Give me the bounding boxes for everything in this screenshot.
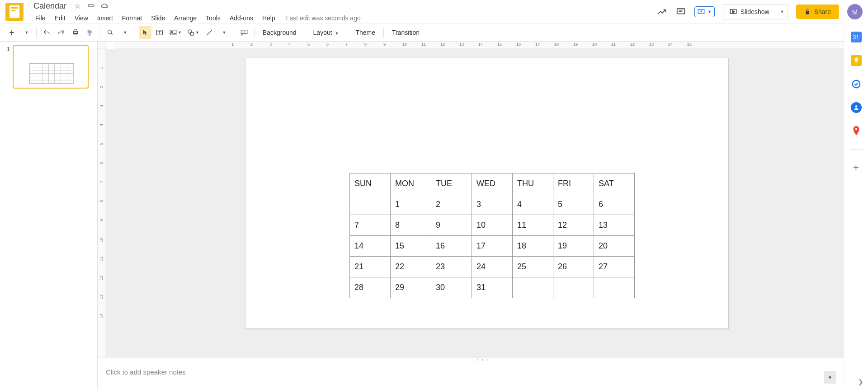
comment-button[interactable] xyxy=(238,26,250,39)
calendar-cell[interactable]: 9 xyxy=(431,215,472,236)
cloud-status-icon[interactable] xyxy=(101,2,109,10)
select-tool[interactable] xyxy=(139,26,151,39)
calendar-cell[interactable]: 12 xyxy=(553,215,594,236)
layout-button[interactable]: Layout ▼ xyxy=(309,29,344,36)
calendar-cell[interactable]: 1 xyxy=(391,194,431,215)
calendar-cell[interactable]: 14 xyxy=(350,236,391,257)
calendar-cell[interactable]: 22 xyxy=(391,257,431,277)
calendar-cell[interactable] xyxy=(553,277,594,298)
tasks-app-icon[interactable] xyxy=(851,79,862,89)
calendar-cell[interactable]: 4 xyxy=(513,194,553,215)
calendar-cell[interactable]: 8 xyxy=(391,215,431,236)
show-sidepanel-chevron[interactable]: ❯ xyxy=(858,378,863,385)
account-avatar[interactable]: M xyxy=(847,4,863,19)
calendar-cell[interactable]: 5 xyxy=(553,194,594,215)
calendar-cell[interactable]: 10 xyxy=(472,215,513,236)
calendar-cell[interactable] xyxy=(350,194,391,215)
calendar-cell[interactable]: 13 xyxy=(594,215,635,236)
calendar-cell[interactable]: 24 xyxy=(472,257,513,277)
canvas-background[interactable]: SUNMONTUEWEDTHUFRISAT1234567891011121314… xyxy=(106,49,868,357)
menu-tools[interactable]: Tools xyxy=(202,13,224,23)
calendar-cell[interactable] xyxy=(513,277,553,298)
calendar-cell[interactable]: 29 xyxy=(391,277,431,298)
calendar-cell[interactable]: 20 xyxy=(594,236,635,257)
calendar-header-cell[interactable]: FRI xyxy=(553,173,594,194)
calendar-cell[interactable]: 16 xyxy=(431,236,472,257)
calendar-cell[interactable]: 31 xyxy=(472,277,513,298)
undo-button[interactable] xyxy=(40,26,53,39)
menu-arrange[interactable]: Arrange xyxy=(170,13,200,23)
comments-icon[interactable] xyxy=(675,6,686,17)
slide-thumbnail[interactable] xyxy=(13,45,89,89)
calendar-cell[interactable]: 15 xyxy=(391,236,431,257)
calendar-header-cell[interactable]: SUN xyxy=(350,173,391,194)
calendar-cell[interactable]: 11 xyxy=(513,215,553,236)
menu-format[interactable]: Format xyxy=(118,13,146,23)
calendar-cell[interactable]: 23 xyxy=(431,257,472,277)
menu-view[interactable]: View xyxy=(71,13,92,23)
calendar-cell[interactable]: 27 xyxy=(594,257,635,277)
slide-canvas[interactable]: SUNMONTUEWEDTHUFRISAT1234567891011121314… xyxy=(245,58,729,329)
zoom-dropdown[interactable]: ▼ xyxy=(118,26,131,39)
zoom-button[interactable] xyxy=(104,26,117,39)
present-to-meeting-button[interactable]: ▼ xyxy=(694,6,715,17)
calendar-cell[interactable]: 26 xyxy=(553,257,594,277)
notes-splitter[interactable]: • • • xyxy=(98,357,868,362)
shape-tool[interactable]: ▼ xyxy=(185,26,201,39)
slides-logo[interactable] xyxy=(5,3,24,21)
calendar-cell[interactable]: 6 xyxy=(594,194,635,215)
new-slide-dropdown[interactable]: ▼ xyxy=(20,26,33,39)
line-tool[interactable] xyxy=(203,26,216,39)
background-button[interactable]: Background xyxy=(258,29,301,36)
paint-format-button[interactable] xyxy=(84,26,96,39)
speaker-notes[interactable]: Click to add speaker notes xyxy=(98,362,868,389)
activity-icon[interactable] xyxy=(656,6,667,17)
theme-button[interactable]: Theme xyxy=(351,29,380,36)
calendar-cell[interactable]: 30 xyxy=(431,277,472,298)
calendar-header-cell[interactable]: TUE xyxy=(431,173,472,194)
calendar-app-icon[interactable]: 31 xyxy=(851,32,862,42)
redo-button[interactable] xyxy=(55,26,67,39)
svg-rect-0 xyxy=(677,9,685,14)
menu-file[interactable]: File xyxy=(32,13,49,23)
calendar-cell[interactable]: 18 xyxy=(513,236,553,257)
move-icon[interactable] xyxy=(87,2,95,10)
menu-insert[interactable]: Insert xyxy=(94,13,117,23)
get-addons-button[interactable]: + xyxy=(851,162,862,173)
calendar-header-cell[interactable]: WED xyxy=(472,173,513,194)
calendar-header-cell[interactable]: THU xyxy=(513,173,553,194)
calendar-cell[interactable]: 17 xyxy=(472,236,513,257)
menu-addons[interactable]: Add-ons xyxy=(226,13,257,23)
document-title[interactable]: Calendar xyxy=(32,0,68,12)
calendar-cell[interactable]: 3 xyxy=(472,194,513,215)
calendar-cell[interactable]: 19 xyxy=(553,236,594,257)
share-button[interactable]: Share xyxy=(796,5,839,19)
menu-help[interactable]: Help xyxy=(259,13,279,23)
keep-app-icon[interactable] xyxy=(851,55,862,66)
calendar-cell[interactable]: 2 xyxy=(431,194,472,215)
contacts-app-icon[interactable] xyxy=(851,102,862,113)
maps-app-icon[interactable] xyxy=(851,126,862,136)
slideshow-dropdown[interactable]: ▼ xyxy=(776,5,788,19)
line-dropdown[interactable]: ▼ xyxy=(217,26,230,39)
last-edit-link[interactable]: Last edit was seconds ago xyxy=(286,14,361,22)
explore-button[interactable]: ✦ xyxy=(824,371,836,384)
image-tool[interactable]: ▼ xyxy=(168,26,184,39)
calendar-header-cell[interactable]: SAT xyxy=(594,173,635,194)
calendar-cell[interactable]: 25 xyxy=(513,257,553,277)
textbox-tool[interactable] xyxy=(153,26,166,39)
transition-button[interactable]: Transition xyxy=(387,29,424,36)
menu-slide[interactable]: Slide xyxy=(147,13,169,23)
calendar-table[interactable]: SUNMONTUEWEDTHUFRISAT1234567891011121314… xyxy=(349,173,635,298)
star-icon[interactable]: ☆ xyxy=(74,2,82,10)
calendar-cell[interactable]: 28 xyxy=(350,277,391,298)
new-slide-button[interactable]: + xyxy=(5,26,18,39)
calendar-header-cell[interactable]: MON xyxy=(391,173,431,194)
share-label: Share xyxy=(814,8,831,15)
slideshow-button[interactable]: Slideshow xyxy=(723,5,776,19)
calendar-cell[interactable] xyxy=(594,277,635,298)
calendar-cell[interactable]: 7 xyxy=(350,215,391,236)
menu-edit[interactable]: Edit xyxy=(51,13,69,23)
print-button[interactable] xyxy=(69,26,82,39)
calendar-cell[interactable]: 21 xyxy=(350,257,391,277)
